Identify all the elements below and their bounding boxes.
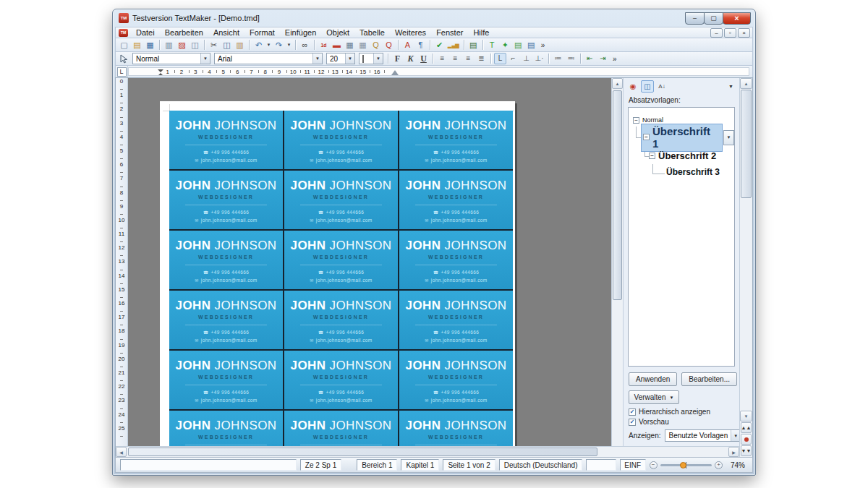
indent-marker[interactable]: [158, 69, 163, 76]
increase-indent-icon[interactable]: ⇥: [597, 53, 609, 64]
menu-tabelle[interactable]: Tabelle: [354, 27, 390, 38]
menu-objekt[interactable]: Objekt: [321, 27, 354, 38]
align-center-icon[interactable]: ≡: [449, 53, 461, 64]
chevron-down-icon[interactable]: ▼: [200, 53, 210, 64]
style-item-ueberschrift-2[interactable]: − Überschrift 2: [629, 147, 734, 164]
manage-button[interactable]: Verwalten ▼: [629, 390, 679, 404]
undo-dropdown-arrow[interactable]: ▼: [265, 39, 272, 51]
toolbar-overflow-chevron[interactable]: »: [538, 41, 548, 49]
tab-center-icon[interactable]: ⊥: [520, 53, 532, 64]
redo-dropdown-arrow[interactable]: ▼: [286, 39, 292, 51]
sort-icon[interactable]: A↓: [655, 80, 668, 93]
align-left-icon[interactable]: ≡: [436, 53, 448, 64]
status-section[interactable]: Bereich 1: [357, 459, 397, 471]
paragraph-style-list[interactable]: − Normal − Überschrift 1 ▼: [628, 107, 735, 367]
status-zoom-value[interactable]: 74%: [726, 459, 748, 471]
font-color-button[interactable]: ▼: [359, 53, 383, 64]
chart-icon[interactable]: ▂▄▆: [446, 39, 461, 51]
scrollbar-track[interactable]: [740, 89, 752, 411]
navigator-icon[interactable]: ◉: [626, 80, 639, 93]
align-right-icon[interactable]: ≡: [462, 53, 475, 64]
print-preview-icon[interactable]: ◫: [189, 39, 201, 51]
menu-hilfe[interactable]: Hilfe: [468, 27, 494, 38]
save-icon[interactable]: ▦: [144, 39, 156, 51]
chevron-down-icon[interactable]: ▼: [373, 53, 383, 64]
checkbox-checked-icon[interactable]: ✓: [629, 419, 636, 426]
tree-collapse-icon[interactable]: −: [633, 117, 639, 124]
status-page[interactable]: Seite 1 von 2: [443, 459, 495, 471]
scroll-down-arrow[interactable]: ▼: [740, 411, 752, 421]
scroll-up-arrow[interactable]: ▲: [740, 78, 752, 89]
horizontal-scrollbar[interactable]: ◀ ▶: [116, 446, 739, 457]
menu-bearbeiten[interactable]: Bearbeiten: [160, 27, 208, 38]
spellcheck-icon[interactable]: ✔: [433, 39, 446, 51]
right-indent-marker[interactable]: [391, 70, 399, 75]
scrollbar-thumb[interactable]: [128, 448, 597, 456]
tree-collapse-icon[interactable]: −: [649, 153, 655, 159]
paragraph-icon[interactable]: ¶: [414, 39, 427, 51]
previous-object-button[interactable]: ▲▲: [741, 422, 752, 433]
tab-left-icon[interactable]: L: [494, 53, 506, 64]
undo-icon[interactable]: ↶: [252, 39, 265, 51]
open-icon[interactable]: ▤: [131, 39, 143, 51]
tab-type-selector[interactable]: L: [116, 66, 128, 77]
checkbox-checked-icon[interactable]: ✓: [629, 408, 636, 416]
scrollbar-thumb[interactable]: [613, 90, 622, 300]
scrollbar-thumb[interactable]: [741, 90, 752, 198]
thesaurus-icon[interactable]: T: [486, 39, 498, 51]
align-justify-icon[interactable]: ≣: [475, 53, 488, 64]
paste-icon[interactable]: ▥: [234, 39, 246, 51]
edit-button[interactable]: Bearbeiten...: [681, 372, 737, 386]
sidebar-dropdown-arrow[interactable]: ▼: [726, 84, 736, 89]
cut-icon[interactable]: ✂: [208, 39, 220, 51]
style-item-normal[interactable]: − Normal: [629, 108, 734, 125]
field-icon[interactable]: 1d: [318, 39, 330, 51]
menu-fenster[interactable]: Fenster: [431, 27, 468, 38]
chevron-down-icon[interactable]: ▼: [345, 53, 354, 64]
zoom-in-button[interactable]: +: [715, 461, 723, 469]
redo-icon[interactable]: ↷: [273, 39, 285, 51]
decrease-indent-icon[interactable]: ⇤: [584, 53, 596, 64]
menu-datei[interactable]: Datei: [131, 27, 160, 38]
document-vertical-scrollbar[interactable]: ▲: [611, 78, 623, 446]
toolbar-overflow-chevron[interactable]: »: [610, 55, 620, 63]
doc-restore-button[interactable]: ▫: [724, 28, 736, 38]
new-document-icon[interactable]: ▢: [118, 39, 130, 51]
scroll-left-arrow[interactable]: ◀: [116, 447, 127, 457]
export-doc-icon[interactable]: ▤: [525, 39, 537, 51]
show-combobox[interactable]: Benutzte Vorlagen ▼: [665, 429, 741, 442]
scrollbar-track[interactable]: [612, 89, 623, 446]
scrollbar-track[interactable]: [127, 447, 728, 457]
next-object-button[interactable]: ▼▼: [741, 445, 752, 456]
chevron-down-icon[interactable]: ▼: [312, 53, 322, 64]
style-item-ueberschrift-3[interactable]: Überschrift 3: [629, 164, 734, 180]
italic-button[interactable]: K: [404, 53, 417, 64]
menu-ansicht[interactable]: Ansicht: [208, 27, 244, 38]
zoom-slider-track[interactable]: [660, 464, 712, 466]
preview-checkbox-row[interactable]: ✓ Vorschau: [624, 416, 739, 426]
table-properties-icon[interactable]: ▦: [357, 39, 369, 51]
find-icon[interactable]: ∞: [299, 39, 311, 51]
scroll-right-arrow[interactable]: ▶: [728, 447, 739, 457]
pointer-tool-icon[interactable]: [118, 53, 130, 64]
menu-einfügen[interactable]: Einfügen: [280, 27, 321, 38]
document-page[interactable]: JOHN JOHNSONWEBDESIGNER☎+49 996 444666✉j…: [160, 101, 515, 446]
copy-icon[interactable]: ◫: [221, 39, 233, 51]
apply-button[interactable]: Anwenden: [629, 372, 677, 386]
status-chapter[interactable]: Kapitel 1: [401, 459, 439, 471]
minimize-button[interactable]: –: [685, 12, 705, 25]
bold-button[interactable]: F: [391, 53, 404, 64]
object-icon[interactable]: ▬: [331, 39, 343, 51]
zoom-slider[interactable]: − +: [650, 461, 723, 469]
tree-collapse-icon[interactable]: −: [643, 134, 650, 140]
print-icon[interactable]: ▥: [163, 39, 175, 51]
pdf-export-icon[interactable]: ▨: [176, 39, 188, 51]
style-dropdown-button[interactable]: ▼: [723, 130, 734, 145]
zoom-out-button[interactable]: −: [650, 461, 658, 469]
character-icon[interactable]: A: [401, 39, 414, 51]
horizontal-ruler[interactable]: 12345678910111213141516: [128, 67, 749, 76]
scroll-up-arrow[interactable]: ▲: [612, 78, 623, 89]
table-icon[interactable]: ▦: [344, 39, 356, 51]
bullet-list-icon[interactable]: ≔: [552, 53, 564, 64]
style-item-ueberschrift-1[interactable]: − Überschrift 1 ▼: [629, 128, 734, 147]
